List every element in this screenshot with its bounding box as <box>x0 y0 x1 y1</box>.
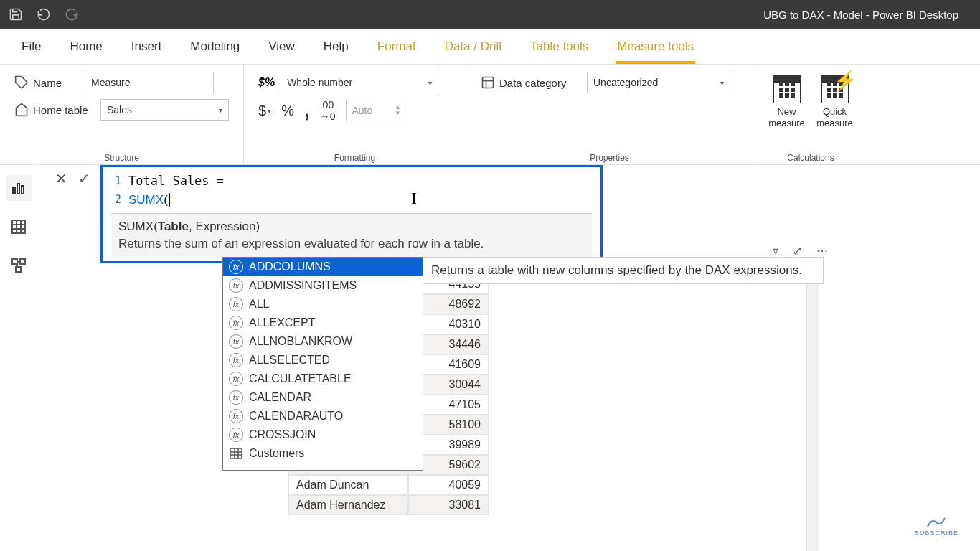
filter-icon[interactable]: ▿ <box>773 244 778 258</box>
table-row[interactable]: Adam Hernandez33081 <box>288 495 489 515</box>
menu-insert[interactable]: Insert <box>117 29 176 64</box>
commit-formula-icon[interactable]: ✓ <box>75 169 93 188</box>
code-line-2: SUMX( <box>128 192 170 207</box>
main-area: ✕ ✓ 1 Total Sales = 2 SUMX( I SUMX(Table… <box>0 165 980 551</box>
line-number: 1 <box>111 174 121 187</box>
autocomplete-item[interactable]: fxCALCULATETABLE <box>223 369 423 388</box>
autocomplete-item[interactable]: fxALL <box>223 295 423 314</box>
chevron-down-icon: ▾ <box>720 79 724 87</box>
autocomplete-item[interactable]: fxALLSELECTED <box>223 351 423 369</box>
cell-value: 40059 <box>408 475 489 495</box>
table-row[interactable]: Adam Duncan40059 <box>288 475 489 495</box>
line-number: 2 <box>111 193 121 206</box>
cancel-formula-icon[interactable]: ✕ <box>52 169 70 188</box>
stepper-icon: ▲▼ <box>395 105 401 116</box>
vertical-scrollbar[interactable] <box>806 265 819 551</box>
menu-data-drill[interactable]: Data / Drill <box>430 29 516 64</box>
percent-format-button[interactable]: % <box>281 103 294 119</box>
menu-home[interactable]: Home <box>55 29 116 64</box>
formula-tooltip: SUMX(Table, Expression) Returns the sum … <box>111 213 592 257</box>
calculator-icon <box>773 76 801 103</box>
autocomplete-item[interactable]: fxCROSSJOIN <box>223 425 423 444</box>
autocomplete-item[interactable]: fxADDMISSINGITEMS <box>223 276 423 295</box>
ribbon-group-calculations: New measure ⚡ Quick measure Calculations <box>753 65 868 164</box>
titlebar: UBG to DAX - Model - Power BI Desktop <box>0 0 980 29</box>
new-measure-button[interactable]: New measure <box>768 76 806 128</box>
cell-name: Adam Duncan <box>288 475 408 495</box>
autocomplete-item[interactable]: fxALLEXCEPT <box>223 314 423 332</box>
menu-file[interactable]: File <box>7 29 55 64</box>
currency-format-button[interactable]: $▾ <box>258 103 271 119</box>
cell-name: Adam Hernandez <box>288 495 408 515</box>
function-icon: fx <box>229 409 243 423</box>
chevron-down-icon: ▾ <box>219 106 222 114</box>
data-category-label: Data category <box>481 75 581 90</box>
calculations-group-label: Calculations <box>768 151 854 164</box>
function-icon: fx <box>229 390 243 405</box>
format-icon: $% <box>258 76 275 89</box>
cell-value: 33081 <box>408 495 489 515</box>
svg-rect-12 <box>12 259 17 264</box>
autocomplete-dropdown[interactable]: fxADDCOLUMNSfxADDMISSINGITEMSfxALLfxALLE… <box>222 257 423 471</box>
menu-table-tools[interactable]: Table tools <box>516 29 603 64</box>
undo-icon[interactable] <box>35 6 52 23</box>
svg-rect-1 <box>483 77 494 88</box>
menu-measure-tools[interactable]: Measure tools <box>603 29 708 64</box>
autocomplete-item[interactable]: fxADDCOLUMNS <box>223 258 423 276</box>
save-icon[interactable] <box>7 6 24 23</box>
menu-format[interactable]: Format <box>363 29 430 64</box>
formula-editor[interactable]: 1 Total Sales = 2 SUMX( I SUMX(Table, Ex… <box>100 165 603 263</box>
ribbon-group-structure: Name Home table Sales▾ Structure <box>0 65 244 164</box>
decimals-select[interactable]: Auto ▲▼ <box>346 100 407 121</box>
menubar: File Home Insert Modeling View Help Form… <box>0 29 980 65</box>
format-type-select[interactable]: Whole number▾ <box>281 72 438 93</box>
menu-view[interactable]: View <box>254 29 309 64</box>
report-view-icon[interactable] <box>6 175 32 201</box>
visual-header-icons: ▿ ⤢ ⋯ <box>773 244 828 258</box>
ribbon: Name Home table Sales▾ Structure $% <box>0 65 980 165</box>
autocomplete-item[interactable]: fxCALENDAR <box>223 388 423 407</box>
decimal-decrease-button[interactable]: .00→0 <box>320 99 336 122</box>
name-label: Name <box>14 75 79 90</box>
function-icon: fx <box>229 260 243 274</box>
left-rail <box>0 165 37 551</box>
function-icon: fx <box>229 278 243 293</box>
function-icon: fx <box>229 297 243 311</box>
redo-icon[interactable] <box>63 6 80 23</box>
window-title: UBG to DAX - Model - Power BI Desktop <box>80 9 973 21</box>
home-table-select[interactable]: Sales▾ <box>100 99 229 121</box>
svg-rect-7 <box>12 220 25 233</box>
svg-rect-14 <box>16 267 21 272</box>
autocomplete-description: Returns a table with new columns specifi… <box>422 257 824 284</box>
more-options-icon[interactable]: ⋯ <box>816 244 828 258</box>
svg-rect-17 <box>230 448 242 458</box>
data-view-icon[interactable] <box>6 214 32 240</box>
focus-mode-icon[interactable]: ⤢ <box>793 244 802 258</box>
autocomplete-item-table[interactable]: Customers <box>223 444 423 463</box>
svg-rect-13 <box>20 259 25 264</box>
subscribe-watermark: SUBSCRIBE <box>915 517 958 537</box>
menu-modeling[interactable]: Modeling <box>176 29 254 64</box>
model-view-icon[interactable] <box>6 253 32 278</box>
thousands-separator-button[interactable]: , <box>304 99 310 122</box>
formatting-group-label: Formatting <box>258 151 451 164</box>
data-category-select[interactable]: Uncategorized▾ <box>587 72 730 93</box>
code-line-1: Total Sales = <box>128 174 224 188</box>
function-icon: fx <box>229 428 243 442</box>
structure-group-label: Structure <box>14 151 229 164</box>
home-table-label: Home table <box>14 103 95 117</box>
ribbon-group-formatting: $% Whole number▾ $▾ % , .00→0 Auto ▲▼ Fo… <box>244 65 466 164</box>
autocomplete-item[interactable]: fxCALENDARAUTO <box>223 407 423 425</box>
function-icon: fx <box>229 334 243 349</box>
svg-rect-4 <box>13 188 15 194</box>
function-icon: fx <box>229 353 243 367</box>
quick-access-toolbar <box>7 6 80 23</box>
menu-help[interactable]: Help <box>309 29 363 64</box>
content-area: ✕ ✓ 1 Total Sales = 2 SUMX( I SUMX(Table… <box>37 165 980 551</box>
ribbon-group-properties: Data category Uncategorized▾ Properties <box>466 65 753 164</box>
function-icon: fx <box>229 372 243 386</box>
calculator-lightning-icon: ⚡ <box>821 76 849 103</box>
quick-measure-button[interactable]: ⚡ Quick measure <box>816 76 854 128</box>
autocomplete-item[interactable]: fxALLNOBLANKROW <box>223 332 423 351</box>
measure-name-input[interactable] <box>85 72 214 93</box>
